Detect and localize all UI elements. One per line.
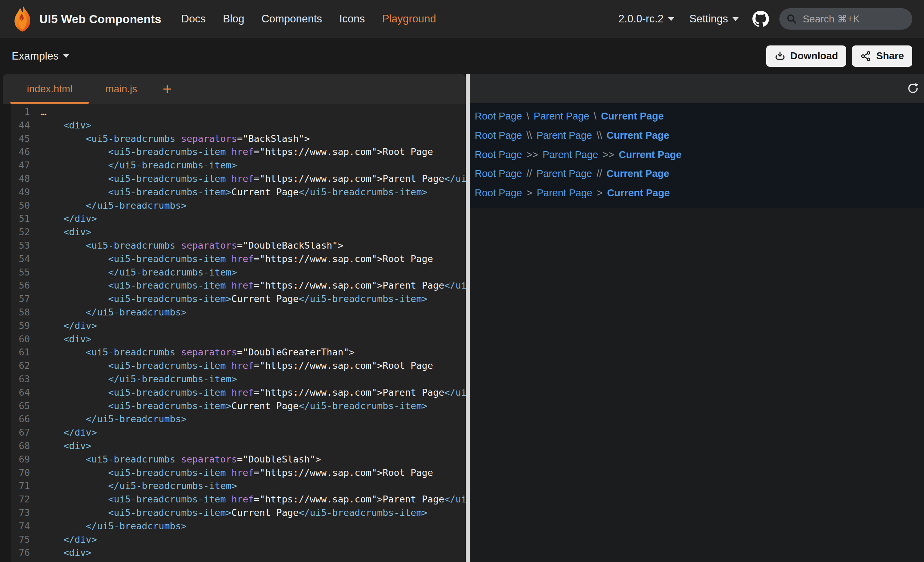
line-number: 75 xyxy=(11,533,30,547)
brand-home-link[interactable]: UI5 Web Components xyxy=(12,4,161,33)
line-number: 50 xyxy=(11,199,30,213)
code-text: <ui5-breadcrumbs-item>Current Page</ui5-… xyxy=(30,292,428,306)
main-nav: DocsBlogComponentsIconsPlayground xyxy=(181,13,436,25)
code-line: 50 </ui5-breadcrumbs> xyxy=(3,199,466,213)
breadcrumb-link-root[interactable]: Root Page xyxy=(475,149,522,160)
code-text: </ui5-breadcrumbs> xyxy=(30,306,187,319)
nav-item-docs[interactable]: Docs xyxy=(181,13,206,25)
breadcrumb-link-root[interactable]: Root Page xyxy=(475,130,522,141)
search-box[interactable] xyxy=(779,8,912,30)
breadcrumbs-row: Root Page\Parent Page\Current Page xyxy=(475,107,924,126)
breadcrumb-separator: \\ xyxy=(596,130,602,141)
code-text: <div> xyxy=(30,546,91,560)
line-number: 73 xyxy=(11,506,30,520)
ui5-phoenix-logo-icon xyxy=(12,4,33,33)
breadcrumb-link-root[interactable]: Root Page xyxy=(475,187,522,199)
code-text: <ui5-breadcrumbs-item href="https://www.… xyxy=(30,252,433,266)
download-button[interactable]: Download xyxy=(766,45,846,67)
version-label: 2.0.0-rc.2 xyxy=(618,13,663,25)
code-line: 75 </div> xyxy=(3,533,466,547)
breadcrumb-link-root[interactable]: Root Page xyxy=(475,111,522,122)
breadcrumb-link-parent[interactable]: Parent Page xyxy=(536,130,592,141)
code-text: </div> xyxy=(30,426,97,439)
share-icon xyxy=(860,51,871,61)
nav-item-playground[interactable]: Playground xyxy=(382,13,436,25)
split-divider-handle[interactable] xyxy=(466,74,470,562)
code-line: 68 <div> xyxy=(3,439,466,453)
line-number: 59 xyxy=(11,319,30,333)
line-number: 49 xyxy=(11,186,30,199)
brand-title: UI5 Web Components xyxy=(39,12,161,26)
line-number: 61 xyxy=(11,346,30,359)
code-line: 71 </ui5-breadcrumbs-item> xyxy=(3,480,466,493)
code-line: 53 <ui5-breadcrumbs separators="DoubleBa… xyxy=(3,239,466,252)
code-text: <ui5-breadcrumbs-item href="https://www.… xyxy=(30,386,466,399)
examples-menu[interactable]: Examples xyxy=(12,50,69,62)
download-label: Download xyxy=(790,50,838,61)
breadcrumb-link-parent[interactable]: Parent Page xyxy=(534,111,589,122)
editor-tabbar: index.htmlmain.js + xyxy=(3,74,466,104)
version-selector[interactable]: 2.0.0-rc.2 xyxy=(618,13,674,25)
chevron-down-icon xyxy=(63,54,69,58)
code-line: 67 </div> xyxy=(3,426,466,439)
code-text: </div> xyxy=(30,319,97,333)
nav-item-components[interactable]: Components xyxy=(261,13,322,25)
examples-label: Examples xyxy=(12,50,58,62)
line-number: 54 xyxy=(11,252,30,266)
line-number: 1 xyxy=(11,105,30,119)
code-area[interactable]: 1…44 <div>45 <ui5-breadcrumbs separators… xyxy=(3,104,466,562)
line-number: 65 xyxy=(11,399,30,413)
breadcrumb-link-root[interactable]: Root Page xyxy=(475,168,522,180)
line-number: 67 xyxy=(11,426,30,439)
preview-content: Root Page\Parent Page\Current PageRoot P… xyxy=(470,103,924,208)
code-line: 57 <ui5-breadcrumbs-item>Current Page</u… xyxy=(3,292,466,306)
code-text: <ui5-breadcrumbs separators="DoubleBackS… xyxy=(30,239,344,252)
nav-item-blog[interactable]: Blog xyxy=(223,13,244,25)
breadcrumb-current-page: Current Page xyxy=(619,149,681,160)
breadcrumb-current-page: Current Page xyxy=(601,111,663,122)
code-line: 54 <ui5-breadcrumbs-item href="https://w… xyxy=(3,252,466,266)
breadcrumb-separator: \\ xyxy=(526,130,532,141)
github-link[interactable] xyxy=(752,10,769,27)
breadcrumbs-row: Root Page>Parent Page>Current Page xyxy=(475,184,924,203)
code-line: 70 <ui5-breadcrumbs-item href="https://w… xyxy=(3,466,466,480)
search-input[interactable] xyxy=(802,13,900,25)
code-text: <ui5-breadcrumbs-item href="https://www.… xyxy=(30,493,466,506)
code-text: <ui5-breadcrumbs-item href="https://www.… xyxy=(30,145,433,159)
breadcrumb-link-parent[interactable]: Parent Page xyxy=(536,168,592,180)
breadcrumbs-row: Root Page>>Parent Page>>Current Page xyxy=(475,145,924,164)
refresh-icon xyxy=(907,82,919,94)
code-line: 65 <ui5-breadcrumbs-item>Current Page</u… xyxy=(3,399,466,413)
add-tab-button[interactable]: + xyxy=(159,74,176,103)
settings-menu[interactable]: Settings xyxy=(689,13,739,25)
code-line: 56 <ui5-breadcrumbs-item href="https://w… xyxy=(3,279,466,292)
share-button[interactable]: Share xyxy=(852,45,912,67)
nav-item-icons[interactable]: Icons xyxy=(339,13,365,25)
breadcrumb-separator: \ xyxy=(594,111,596,122)
code-text: <ui5-breadcrumbs-item href="https://www.… xyxy=(30,466,433,480)
code-line: 59 </div> xyxy=(3,319,466,333)
code-line: 55 </ui5-breadcrumbs-item> xyxy=(3,266,466,279)
line-number: 62 xyxy=(11,359,30,373)
editor-tab-index.html[interactable]: index.html xyxy=(10,74,89,103)
breadcrumbs-row: Root Page\\Parent Page\\Current Page xyxy=(475,126,924,145)
line-number: 74 xyxy=(11,520,30,533)
refresh-button[interactable] xyxy=(905,81,921,97)
line-number: 72 xyxy=(11,493,30,506)
line-number: 76 xyxy=(11,546,30,560)
code-line: 52 <div> xyxy=(3,226,466,239)
line-number: 63 xyxy=(11,373,30,386)
code-text: </ui5-breadcrumbs-item> xyxy=(30,266,237,279)
line-number: 60 xyxy=(11,333,30,346)
code-text: <div> xyxy=(30,119,91,132)
editor-tab-main.js[interactable]: main.js xyxy=(89,74,154,103)
code-line: 72 <ui5-breadcrumbs-item href="https://w… xyxy=(3,493,466,506)
code-text: <ui5-breadcrumbs separators="DoubleGreat… xyxy=(30,346,354,359)
breadcrumb-link-parent[interactable]: Parent Page xyxy=(543,149,598,160)
breadcrumb-current-page: Current Page xyxy=(607,168,669,180)
breadcrumb-link-parent[interactable]: Parent Page xyxy=(537,187,592,199)
breadcrumb-separator: > xyxy=(597,187,603,199)
code-text: <ui5-breadcrumbs-item>Current Page</ui5-… xyxy=(30,186,428,199)
search-icon xyxy=(786,13,797,24)
code-line: 1… xyxy=(3,105,466,119)
